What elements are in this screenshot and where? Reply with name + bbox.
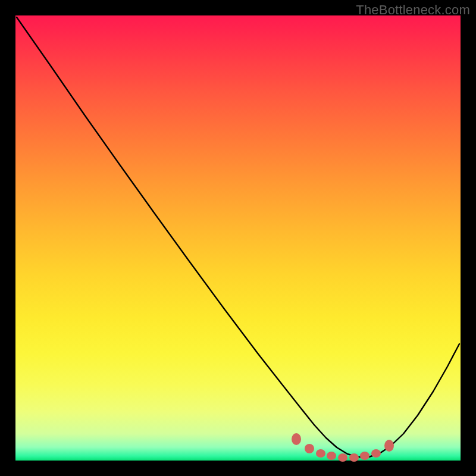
bottleneck-curve-path	[17, 17, 459, 457]
optimal-dot	[371, 449, 381, 458]
optimal-dot	[305, 444, 314, 453]
optimal-dot	[292, 433, 301, 445]
optimal-dot	[349, 453, 359, 462]
optimal-dot	[384, 440, 394, 452]
bottleneck-curve-svg	[15, 15, 461, 461]
gradient-plot-area	[15, 15, 461, 461]
optimal-dot	[327, 452, 336, 460]
optimal-dot	[338, 453, 347, 462]
optimal-dots-group	[292, 433, 394, 462]
optimal-dot	[316, 449, 325, 458]
watermark-text: TheBottleneck.com	[356, 2, 470, 18]
optimal-dot	[360, 452, 369, 460]
